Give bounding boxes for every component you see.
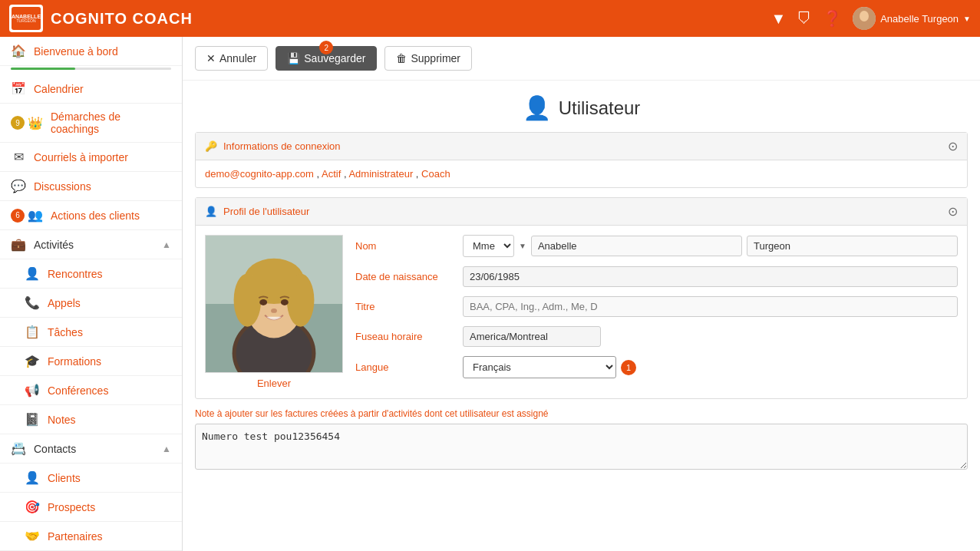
page-title-area: 👤 Utilisateur [183, 81, 980, 132]
contacts-chevron-icon: ▲ [162, 444, 171, 454]
sidebar-item-partenaires[interactable]: 🤝 Partenaires [0, 522, 182, 551]
notebook-icon: 📓 [25, 412, 40, 427]
nom-label: Nom [355, 240, 455, 252]
filter-funnel-icon[interactable]: ⛉ [797, 10, 812, 28]
sidebar-item-courriels[interactable]: ✉ Courriels à importer [0, 143, 182, 172]
titre-select[interactable]: Mme M. Dr [463, 235, 514, 257]
progress-bar [11, 68, 171, 70]
connection-email[interactable]: demo@cognito-app.com [205, 168, 314, 180]
sidebar-item-contacts[interactable]: 📇 Contacts ▲ [0, 434, 182, 464]
sidebar-item-clients[interactable]: 👤 Clients [0, 464, 182, 493]
user-menu[interactable]: Anabelle Turgeon ▼ [853, 7, 971, 30]
connection-role1[interactable]: Administrateur [348, 168, 413, 180]
user-circle-icon: 👤 [523, 94, 551, 121]
avatar-image [853, 7, 876, 30]
connection-header-left: 🔑 Informations de connexion [205, 140, 340, 152]
profile-section: 👤 Profil de l'utilisateur ⊙ [195, 197, 968, 399]
filter-icon[interactable]: ▼ [770, 10, 786, 28]
sidebar-item-activites[interactable]: 💼 Activités ▲ [0, 230, 182, 259]
svg-point-11 [287, 273, 315, 326]
nom-control: Mme M. Dr ▼ [463, 235, 958, 257]
fuseau-label: Fuseau horaire [355, 331, 455, 342]
langue-badge: 1 [621, 360, 636, 375]
sidebar-item-actions[interactable]: 6 👥 Actions des clients [0, 201, 182, 230]
note-section: Note à ajouter sur les factures créées à… [195, 408, 968, 472]
sidebar-label-clients: Clients [48, 472, 171, 484]
sidebar: 🏠 Bienvenue à bord 📅 Calendrier 9 👑 Déma… [0, 37, 183, 551]
sidebar-label-calendrier: Calendrier [34, 83, 171, 95]
sidebar-item-notes[interactable]: 📓 Notes [0, 405, 182, 434]
crown-icon: 👑 [28, 116, 43, 130]
note-label: Note à ajouter sur les factures créées à… [195, 408, 968, 419]
sidebar-item-appels[interactable]: 📞 Appels [0, 289, 182, 318]
titre-control [463, 296, 958, 317]
note-textarea[interactable] [195, 424, 968, 470]
connection-section-header[interactable]: 🔑 Informations de connexion ⊙ [196, 133, 967, 160]
sidebar-item-prospects[interactable]: 🎯 Prospects [0, 493, 182, 522]
sidebar-label-courriels: Courriels à importer [34, 151, 171, 163]
connection-header-label: Informations de connexion [223, 140, 340, 152]
tasks-icon: 📋 [25, 325, 40, 339]
svg-point-10 [234, 273, 262, 326]
langue-field-row: Langue Français English 1 [355, 356, 958, 378]
naissance-control [463, 266, 958, 287]
save-badge: 2 [319, 41, 333, 54]
help-icon[interactable]: ❓ [823, 9, 842, 28]
naissance-input[interactable] [463, 266, 958, 287]
user-chevron-icon: ▼ [963, 15, 971, 23]
progress-fill [11, 68, 75, 70]
connection-toggle-icon[interactable]: ⊙ [948, 139, 958, 153]
sidebar-label-partenaires: Partenaires [48, 530, 171, 543]
titre-input[interactable] [463, 296, 958, 317]
toolbar: ✕ Annuler 💾 Sauvegarder 2 🗑 Supprimer [183, 37, 980, 81]
header-actions: ▼ ⛉ ❓ Anabelle Turgeon ▼ [770, 7, 971, 30]
sidebar-item-demarches[interactable]: 9 👑 Démarches de coachings [0, 104, 182, 143]
actions-badge: 6 [11, 209, 25, 223]
fuseau-control [463, 326, 958, 347]
trash-icon: 🗑 [396, 52, 407, 64]
sidebar-item-bienvenue[interactable]: 🏠 Bienvenue à bord [0, 37, 182, 66]
sidebar-label-activites: Activités [34, 239, 162, 251]
sidebar-item-taches[interactable]: 📋 Tâches [0, 318, 182, 347]
connection-role2[interactable]: Coach [421, 168, 450, 180]
naissance-label: Date de naissance [355, 271, 455, 282]
save-button[interactable]: 💾 Sauvegarder 2 [276, 46, 377, 71]
sidebar-item-discussions[interactable]: 💬 Discussions [0, 172, 182, 201]
phone-icon: 📞 [25, 295, 40, 310]
sidebar-label-contacts: Contacts [34, 443, 162, 455]
langue-select[interactable]: Français English [463, 356, 616, 378]
connection-status[interactable]: Actif [322, 168, 341, 180]
save-label: Sauvegarder [304, 52, 365, 64]
profile-header-left: 👤 Profil de l'utilisateur [205, 206, 309, 217]
sidebar-item-calendrier[interactable]: 📅 Calendrier [0, 74, 182, 104]
delete-button[interactable]: 🗑 Supprimer [384, 46, 472, 71]
svg-point-14 [271, 308, 277, 313]
sidebar-item-conferences[interactable]: 📢 Conférences [0, 376, 182, 405]
client-icon: 👤 [25, 470, 40, 485]
fuseau-input[interactable] [463, 326, 601, 347]
cancel-button[interactable]: ✕ Annuler [195, 46, 268, 71]
profile-toggle-icon[interactable]: ⊙ [948, 204, 958, 219]
chat-icon: 💬 [11, 179, 26, 193]
connection-info: demo@cognito-app.com , Actif , Administr… [196, 160, 967, 187]
save-icon: 💾 [287, 52, 300, 64]
sidebar-label-taches: Tâches [48, 326, 171, 338]
sidebar-label-notes: Notes [48, 414, 171, 426]
sidebar-label-discussions: Discussions [34, 180, 171, 193]
home-icon: 🏠 [11, 44, 26, 58]
remove-photo-link[interactable]: Enlever [257, 378, 291, 389]
langue-control: Français English 1 [463, 356, 958, 378]
profile-icon: 👤 [205, 206, 217, 217]
connection-separator3: , [416, 168, 421, 180]
demarches-badge: 9 [11, 116, 25, 130]
photo-svg [206, 235, 342, 373]
prenom-input[interactable] [531, 236, 742, 256]
calendar-icon: 📅 [11, 81, 26, 96]
profile-section-header[interactable]: 👤 Profil de l'utilisateur ⊙ [196, 198, 967, 226]
fuseau-field-row: Fuseau horaire [355, 326, 958, 347]
sidebar-label-conferences: Conférences [48, 384, 171, 397]
nom-input[interactable] [747, 236, 958, 256]
sidebar-item-formations[interactable]: 🎓 Formations [0, 347, 182, 376]
sidebar-item-rencontres[interactable]: 👤 Rencontres [0, 259, 182, 289]
avatar [853, 7, 876, 30]
